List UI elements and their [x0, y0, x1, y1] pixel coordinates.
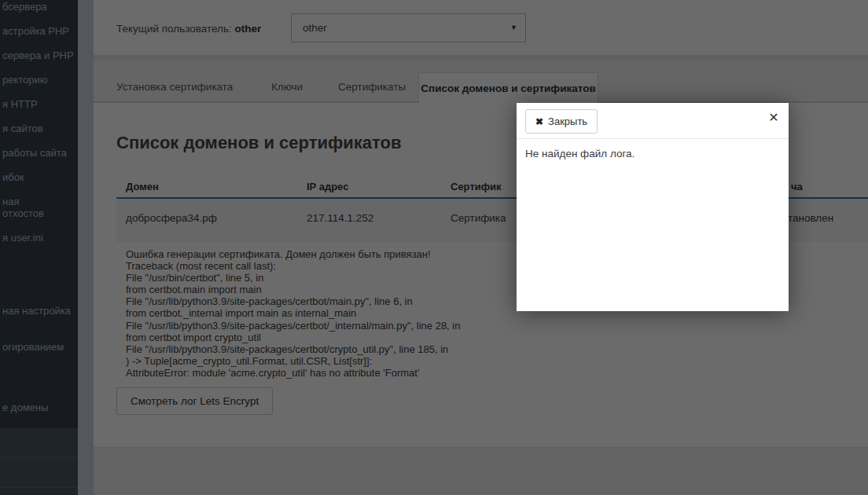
- close-x-icon: ✖: [535, 116, 543, 127]
- modal-close-button-label: Закрыть: [548, 116, 587, 127]
- modal-corner-close-icon[interactable]: ✕: [766, 110, 782, 126]
- app-window: бсервера астройка PHP сервера и PHP рект…: [0, 0, 868, 495]
- modal-message: Не найден файл лога.: [517, 139, 789, 168]
- modal-header: ✖Закрыть ✕: [517, 103, 789, 139]
- modal-close-button[interactable]: ✖Закрыть: [525, 109, 598, 134]
- log-modal: ✖Закрыть ✕ Не найден файл лога.: [517, 103, 789, 311]
